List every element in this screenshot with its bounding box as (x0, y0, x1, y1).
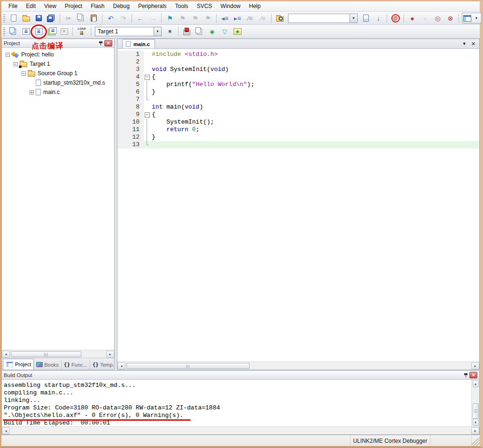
next-bookmark-button[interactable]: ⚑ (189, 13, 201, 24)
line-number[interactable]: 7 (117, 96, 144, 103)
tree-item-startup-stm32f10x-md-s[interactable]: −startup_stm32f10x_md.s (2, 78, 114, 87)
build-button[interactable] (20, 26, 32, 37)
dropdown-arrow-icon[interactable]: ▼ (154, 27, 161, 36)
build-output-log[interactable]: assembling startup_stm32f10x_md.s...comp… (2, 380, 471, 426)
open-file-button[interactable] (20, 13, 32, 24)
new-file-button[interactable] (8, 13, 19, 24)
tree-item-main-c[interactable]: +main.c (2, 87, 114, 97)
editor-hscroll-thumb[interactable] (126, 363, 249, 369)
find-dialog-button[interactable]: @ (390, 13, 401, 24)
indent-button[interactable]: ▸≡ (232, 13, 243, 24)
pack-installer-button[interactable]: ◈ (232, 26, 243, 37)
cut-button[interactable]: ✂ (62, 13, 74, 24)
search-input[interactable] (288, 14, 350, 23)
redo-button[interactable]: ↷ (117, 13, 129, 24)
scroll-right-icon[interactable]: ▸ (471, 427, 479, 434)
code-line-body[interactable]: } (144, 88, 479, 96)
menu-edit[interactable]: Edit (22, 1, 40, 11)
window-layout-button[interactable]: ▼ (462, 13, 482, 24)
dropdown-arrow-icon[interactable]: ▼ (350, 14, 357, 23)
undo-button[interactable]: ↶ (105, 13, 117, 24)
code-line-body[interactable] (144, 58, 479, 66)
menu-svcs[interactable]: SVCS (193, 1, 217, 11)
line-number[interactable]: 5 (117, 81, 144, 88)
uncomment-button[interactable]: ∕≡ (257, 13, 269, 24)
line-number[interactable]: 2 (117, 58, 144, 66)
editor-close-icon[interactable]: ✕ (471, 41, 475, 47)
enable-breakpoint-button[interactable]: ● (419, 13, 431, 24)
line-number[interactable]: 11 (117, 126, 144, 134)
active-line[interactable] (144, 141, 479, 149)
incremental-find-button[interactable]: ↓ (373, 13, 384, 24)
translate-button[interactable] (8, 26, 19, 37)
panel-tab-project[interactable]: Project (3, 359, 34, 369)
select-software-packs-button[interactable]: ▽ (219, 26, 231, 37)
file-extensions-button[interactable] (194, 26, 205, 37)
tree-item-project-hello[interactable]: −Project: hello (2, 50, 114, 59)
scroll-left-icon[interactable]: ◂ (117, 362, 125, 369)
line-number[interactable]: 13 (117, 141, 144, 149)
code-editor[interactable]: 1#include <stdio.h>23void SystemInit(voi… (117, 49, 479, 362)
manage-runtime-environment-button[interactable]: ◈ (206, 26, 218, 37)
rebuild-button[interactable] (33, 26, 45, 37)
dropdown-arrow-icon[interactable]: ▼ (473, 14, 480, 23)
code-line-body[interactable]: { (144, 111, 479, 118)
menu-project[interactable]: Project (61, 1, 86, 11)
menu-debug[interactable]: Debug (109, 1, 134, 11)
tab-main-c[interactable]: main.c (122, 39, 155, 48)
project-hscroll-thumb[interactable] (11, 351, 81, 357)
navigate-forward-button[interactable]: → (147, 13, 159, 24)
editor-hscrollbar[interactable]: ◂ ▸ (117, 362, 479, 369)
tab-list-dropdown-icon[interactable]: ▼ (462, 41, 467, 46)
collapse-icon[interactable]: − (6, 53, 10, 57)
scroll-up-icon[interactable]: ▴ (473, 380, 479, 387)
code-line-body[interactable]: } (144, 134, 479, 141)
clear-bookmarks-button[interactable]: ⚑ (202, 13, 214, 24)
scroll-left-icon[interactable]: ◂ (2, 427, 10, 434)
tree-item-source-group-1[interactable]: −Source Group 1 (2, 69, 114, 78)
line-number[interactable]: 1 (117, 51, 144, 58)
scroll-right-icon[interactable]: ▸ (106, 351, 114, 358)
comment-button[interactable]: ∕≡ (244, 13, 256, 24)
code-line-body[interactable]: #include <stdio.h> (144, 51, 479, 58)
code-line-body[interactable] (144, 96, 479, 103)
code-line-body[interactable]: { (144, 73, 479, 81)
scroll-down-icon[interactable]: ▾ (473, 419, 479, 426)
batch-build-button[interactable] (46, 26, 57, 37)
project-hscrollbar[interactable]: ◂ ▸ (2, 350, 114, 358)
line-number[interactable]: 9 (117, 111, 144, 118)
build-output-close-button[interactable]: ✕ (469, 372, 477, 378)
fold-collapse-icon[interactable] (144, 73, 150, 81)
previous-bookmark-button[interactable]: ⚑ (177, 13, 188, 24)
pin-icon[interactable] (97, 40, 104, 47)
code-line-body[interactable]: return 0; (144, 126, 479, 134)
target-options-wand-button[interactable]: ✶ (164, 26, 176, 37)
resize-grip[interactable] (472, 435, 480, 446)
scroll-right-icon[interactable]: ▸ (471, 362, 479, 369)
line-number[interactable]: 4 (117, 73, 144, 81)
unindent-button[interactable]: ◂≡ (219, 13, 231, 24)
menu-view[interactable]: View (40, 1, 61, 11)
pin-icon[interactable] (462, 372, 469, 378)
panel-tab-books[interactable]: Books (34, 360, 62, 369)
line-number[interactable]: 3 (117, 66, 144, 73)
insert-breakpoint-button[interactable]: ● (406, 13, 418, 24)
collapse-icon[interactable]: − (22, 71, 26, 76)
collapse-icon[interactable]: − (14, 62, 18, 66)
menu-flash[interactable]: Flash (86, 1, 109, 11)
menu-help[interactable]: Help (245, 1, 265, 11)
fold-collapse-icon[interactable] (144, 111, 150, 118)
save-button[interactable] (33, 13, 45, 24)
find-in-files-button[interactable] (274, 13, 286, 24)
target-select-combobox[interactable]: Target 1▼ (95, 27, 162, 36)
line-number[interactable]: 10 (117, 118, 144, 126)
line-number[interactable]: 6 (117, 88, 144, 96)
manage-project-items-button[interactable] (181, 26, 193, 37)
stop-build-button[interactable] (58, 26, 70, 37)
navigate-back-button[interactable]: ← (134, 13, 146, 24)
toggle-bookmark-button[interactable]: ⚑ (164, 13, 176, 24)
scroll-left-icon[interactable]: ◂ (2, 351, 10, 358)
build-output-vscrollbar[interactable]: ▴ ▾ (471, 380, 479, 426)
panel-tab-func[interactable]: {}Func... (62, 360, 90, 369)
menu-window[interactable]: Window (216, 1, 245, 11)
